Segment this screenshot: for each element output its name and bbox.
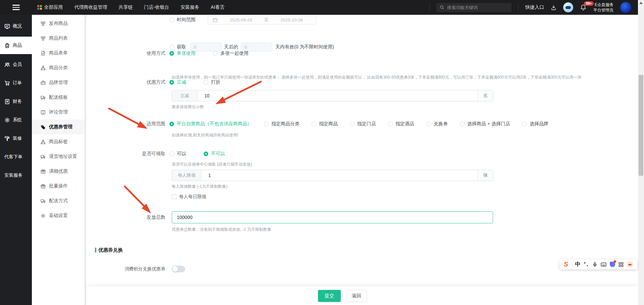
chinese-mode-icon[interactable]: 中 — [575, 261, 581, 268]
sidebar-item-label: 配送方式 — [49, 198, 68, 204]
sidebar-item-满额优惠[interactable]: 满额优惠 — [32, 164, 85, 179]
sidebar-item-配送模板[interactable]: 配送模板 — [32, 90, 85, 105]
radio-acquire[interactable] — [169, 45, 174, 49]
radio-label: 选择品牌 — [530, 121, 548, 127]
radio-option-可以[interactable]: 可以 — [169, 151, 186, 157]
radio-option-指定酒店[interactable]: 指定酒店 — [388, 121, 414, 127]
scope-label: 适用范围 — [86, 121, 165, 127]
sidebar-item-label: 品牌管理 — [49, 80, 68, 86]
radio-option-选择品牌[interactable]: 选择品牌 — [522, 121, 548, 127]
submit-button[interactable]: 提交 — [318, 290, 341, 302]
radio-option-兑换券[interactable]: 兑换券 — [426, 121, 448, 127]
date-range-picker[interactable]: 2025-09-29 至 2025-10-06 — [208, 15, 316, 25]
radio-label: 指定商品 — [319, 121, 338, 127]
rail-item-订单[interactable]: 订单 — [0, 75, 32, 91]
radio-option-平台自营商品（不包含供应商商品）[interactable]: 平台自营商品（不包含供应商商品） — [169, 121, 252, 127]
divider — [572, 262, 572, 267]
nav-item-共享链[interactable]: 共享链 — [119, 4, 133, 10]
usage-label: 使用方式 — [86, 50, 165, 56]
sidebar-item-商品标签[interactable]: 商品标签 — [32, 134, 85, 149]
divider — [518, 3, 519, 12]
sidebar-item-评论管理[interactable]: 评论管理 — [32, 105, 85, 120]
radio-option-不可以[interactable]: 不可以 — [204, 151, 225, 157]
radio-option-多张一起使用[interactable]: 多张一起使用 — [213, 50, 249, 56]
sidebar-item-品牌管理[interactable]: 品牌管理 — [32, 75, 85, 90]
quick-entry-link[interactable]: 快捷入口 — [525, 4, 544, 10]
rail-item-装修[interactable]: 装修 — [0, 130, 32, 146]
sidebar-item-商品表单[interactable]: 商品表单 — [32, 46, 85, 60]
radio-dot — [204, 80, 208, 85]
limit-input[interactable]: 1 — [202, 170, 478, 181]
daily-limit-row: 每人每日限领 — [172, 194, 206, 200]
sidebar-item-商品分类[interactable]: 商品分类 — [32, 60, 85, 75]
radio-option-指定门店[interactable]: 指定门店 — [350, 121, 376, 127]
punctuation-icon[interactable]: °， — [584, 261, 589, 267]
hamburger-menu-icon[interactable] — [0, 0, 32, 15]
ai-assistant-icon[interactable] — [563, 2, 573, 12]
radio-option-打折[interactable]: 打折 — [204, 79, 220, 85]
rail-item-代客下单[interactable]: 代客下单 — [0, 149, 32, 165]
rail-item-系统[interactable]: 系统 — [0, 112, 32, 128]
sidebar-item-配送方式[interactable]: 配送方式 — [32, 193, 85, 208]
sidebar-item-基础设置[interactable]: 基础设置 — [32, 208, 85, 223]
radio-dot — [169, 151, 174, 156]
discount-amount-input[interactable]: 10 — [198, 90, 478, 101]
scrollbar-thumb[interactable] — [639, 75, 643, 176]
sidebar-item-优惠券管理[interactable]: 优惠券管理 — [32, 120, 85, 134]
download-icon[interactable] — [551, 5, 556, 10]
briefcase-icon — [41, 80, 46, 85]
sidebar-item-label: 满额优惠 — [49, 168, 68, 174]
rail-item-商品[interactable]: 商品 — [0, 37, 32, 54]
rail-item-概况[interactable]: 概况 — [0, 18, 32, 34]
sidebar-item-批量操作[interactable]: 批量操作 — [32, 179, 85, 193]
sidebar-item-label: 商品分类 — [49, 65, 68, 71]
sidebar-item-退货地址设置[interactable]: 退货地址设置 — [32, 149, 85, 164]
user-info[interactable]: E企盈服务 平台管理员 — [593, 2, 613, 13]
notification-bell[interactable]: 99+ — [580, 4, 587, 11]
sidebar-item-发布商品[interactable]: 发布商品 — [32, 16, 85, 31]
avatar[interactable] — [620, 2, 631, 13]
tag-icon — [41, 125, 46, 130]
skin-icon[interactable] — [610, 262, 615, 267]
sidebar-item-label: 优惠券管理 — [49, 124, 72, 130]
time-range-row: 时间范围 2025-09-29 至 2025-10-06 — [169, 15, 316, 25]
acquire-middle-text: 天后的 — [224, 44, 238, 50]
daily-limit-checkbox[interactable] — [172, 194, 176, 199]
radio-option-单张使用[interactable]: 单张使用 — [169, 50, 196, 56]
rail-item-会员[interactable]: 会员 — [0, 56, 32, 73]
radio-option-指定商品分类[interactable]: 指定商品分类 — [264, 121, 300, 127]
emoji-icon[interactable] — [627, 261, 633, 267]
truck-icon — [41, 154, 46, 159]
search-input[interactable] — [447, 5, 504, 10]
nav-item-全部应用[interactable]: 全部应用 — [37, 4, 63, 10]
vertical-scrollbar[interactable] — [638, 0, 644, 305]
search-box[interactable] — [436, 3, 512, 12]
points-exchange-toggle[interactable] — [172, 266, 185, 272]
radio-option-立减[interactable]: 立减 — [169, 79, 186, 85]
nav-item-代理商收益管理[interactable]: 代理商收益管理 — [74, 4, 107, 10]
keyboard-icon[interactable] — [601, 262, 606, 267]
date-end: 2025-10-06 — [281, 17, 303, 23]
nav-item-门店-收银台[interactable]: 门店-收银台 — [144, 4, 169, 10]
sidebar-item-label: 商品表单 — [49, 50, 68, 56]
section-accent-bar — [95, 248, 96, 253]
total-input[interactable]: 100000 — [172, 211, 493, 223]
sogou-logo-icon[interactable]: S — [564, 261, 568, 268]
rail-item-label: 会员 — [13, 61, 22, 68]
radio-option-指定商品[interactable]: 指定商品 — [312, 121, 338, 127]
nav-item-AI看舌[interactable]: AI看舌 — [211, 4, 224, 10]
usage-options: 单张使用多张一起使用 — [169, 50, 249, 56]
back-button[interactable]: 返回 — [346, 290, 367, 302]
radio-time-range[interactable] — [169, 17, 174, 22]
scroll-up-arrow-icon[interactable] — [639, 2, 643, 4]
nav-item-安装服务[interactable]: 安装服务 — [180, 4, 199, 10]
toolbox-grid-icon[interactable] — [619, 262, 624, 267]
rail-item-安装服务[interactable]: 安装服务 — [0, 167, 32, 183]
sidebar-item-商品列表[interactable]: 商品列表 — [32, 31, 85, 46]
radio-dot — [169, 51, 174, 56]
exchange-section-title: 优惠券兑换 — [99, 247, 123, 253]
radio-option-选择商品 + 选择门店[interactable]: 选择商品 + 选择门店 — [460, 121, 510, 127]
acquire-tail-text: 天内有效(0 为不限时间使用) — [275, 44, 334, 50]
rail-item-财务[interactable]: 财务 — [0, 93, 32, 110]
microphone-icon[interactable] — [592, 262, 597, 267]
